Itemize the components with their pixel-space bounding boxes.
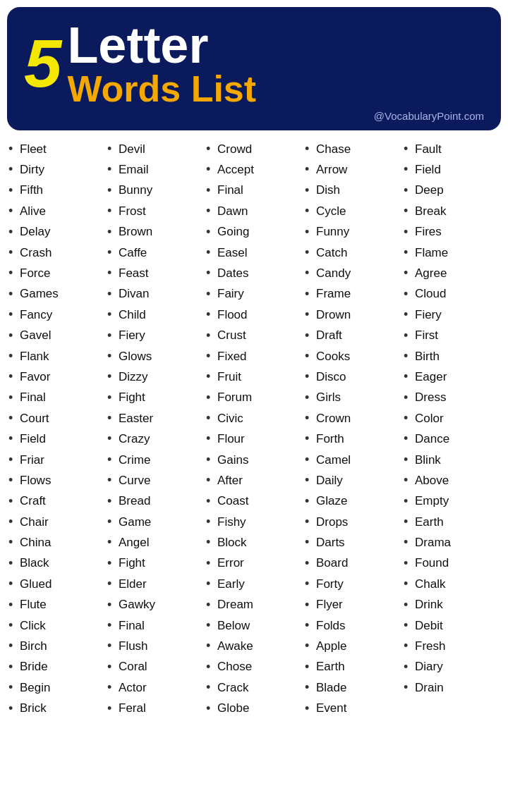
bullet-icon: •	[404, 493, 412, 510]
word-text: Click	[20, 618, 46, 634]
bullet-icon: •	[305, 307, 313, 323]
bullet-icon: •	[305, 638, 313, 654]
word-text: Below	[217, 618, 250, 634]
word-text: Catch	[316, 245, 347, 261]
word-text: Earth	[415, 515, 444, 530]
list-item: •First	[402, 326, 501, 346]
bullet-icon: •	[8, 410, 17, 426]
bullet-icon: •	[206, 514, 214, 530]
list-item: •Flame	[402, 242, 501, 263]
bullet-icon: •	[305, 679, 313, 696]
bullet-icon: •	[8, 141, 17, 157]
bullet-icon: •	[107, 701, 116, 717]
word-text: Devil	[119, 142, 145, 157]
bullet-icon: •	[404, 410, 412, 426]
bullet-icon: •	[404, 224, 412, 240]
bullet-icon: •	[305, 514, 313, 530]
word-text: Dates	[217, 266, 248, 281]
word-text: Feast	[119, 266, 149, 281]
list-item: •Break	[402, 201, 501, 221]
list-item: •Crash	[7, 242, 106, 263]
bullet-icon: •	[8, 161, 17, 178]
word-text: Cycle	[316, 204, 346, 219]
bullet-icon: •	[206, 410, 214, 426]
bullet-icon: •	[305, 472, 313, 488]
bullet-icon: •	[305, 701, 313, 717]
bullet-icon: •	[404, 638, 412, 654]
bullet-icon: •	[8, 390, 17, 406]
list-item: •Found	[402, 553, 501, 574]
word-text: Blink	[415, 453, 441, 468]
word-text: Black	[20, 555, 49, 571]
word-text: Alive	[20, 204, 46, 219]
word-text: Folds	[316, 618, 346, 634]
list-item: •Fixed	[205, 346, 303, 367]
list-item: •Child	[106, 304, 205, 325]
bullet-icon: •	[8, 452, 17, 468]
word-text: Crime	[119, 453, 150, 468]
word-text: Break	[415, 204, 446, 219]
bullet-icon: •	[305, 183, 313, 199]
word-text: Drain	[415, 680, 444, 696]
bullet-icon: •	[107, 452, 116, 468]
list-item: •Click	[7, 615, 106, 636]
word-text: Eager	[415, 369, 447, 385]
list-item: •Early	[205, 574, 303, 594]
list-item: •Curve	[106, 470, 205, 491]
list-item: •Dish	[303, 180, 402, 201]
word-text: Frame	[316, 286, 351, 302]
list-item: •Brick	[7, 699, 106, 719]
list-item: •Fruit	[205, 367, 303, 387]
list-item: •Fires	[402, 222, 501, 242]
word-text: Early	[217, 577, 245, 592]
word-text: Above	[415, 473, 449, 488]
list-item: •Fresh	[402, 636, 501, 656]
bullet-icon: •	[107, 597, 116, 613]
list-item: •Devil	[106, 139, 205, 159]
list-item: •Divan	[106, 284, 205, 304]
list-item: •Forth	[303, 429, 402, 449]
bullet-icon: •	[107, 224, 116, 240]
bullet-icon: •	[404, 203, 412, 219]
word-text: Block	[217, 535, 247, 550]
word-column-1: •Devil•Email•Bunny•Frost•Brown•Caffe•Fea…	[106, 139, 205, 719]
bullet-icon: •	[404, 534, 412, 550]
header-words-list: Words List	[67, 70, 256, 107]
word-text: Flood	[217, 307, 248, 323]
word-text: Dish	[316, 183, 340, 198]
bullet-icon: •	[107, 514, 116, 530]
bullet-icon: •	[8, 265, 17, 281]
bullet-icon: •	[8, 617, 17, 634]
word-text: Glows	[119, 349, 152, 364]
bullet-icon: •	[404, 597, 412, 613]
word-text: Flute	[20, 597, 47, 613]
word-text: Disco	[316, 369, 346, 385]
list-item: •Court	[7, 408, 106, 429]
list-item: •Delay	[7, 222, 106, 242]
bullet-icon: •	[404, 265, 412, 281]
word-text: Fiery	[119, 328, 145, 343]
list-item: •Craft	[7, 491, 106, 512]
word-text: Board	[316, 555, 348, 571]
list-item: •Frost	[106, 201, 205, 221]
list-item: •Above	[402, 470, 501, 491]
word-text: Brown	[119, 224, 152, 240]
header-letter: Letter	[67, 20, 256, 70]
bullet-icon: •	[107, 245, 116, 261]
list-item: •Chair	[7, 512, 106, 532]
bullet-icon: •	[404, 369, 412, 385]
list-item: •Birch	[7, 636, 106, 656]
bullet-icon: •	[8, 203, 17, 219]
list-item: •Alive	[7, 201, 106, 221]
word-text: Coral	[119, 659, 147, 675]
bullet-icon: •	[206, 555, 214, 572]
word-text: Flank	[20, 349, 49, 364]
bullet-icon: •	[206, 265, 214, 281]
list-item: •Blade	[303, 677, 402, 698]
list-item: •Bride	[7, 657, 106, 677]
word-text: Games	[20, 286, 59, 302]
list-item: •Field	[7, 429, 106, 449]
list-item: •After	[205, 470, 303, 491]
bullet-icon: •	[305, 265, 313, 281]
list-item: •Email	[106, 159, 205, 180]
